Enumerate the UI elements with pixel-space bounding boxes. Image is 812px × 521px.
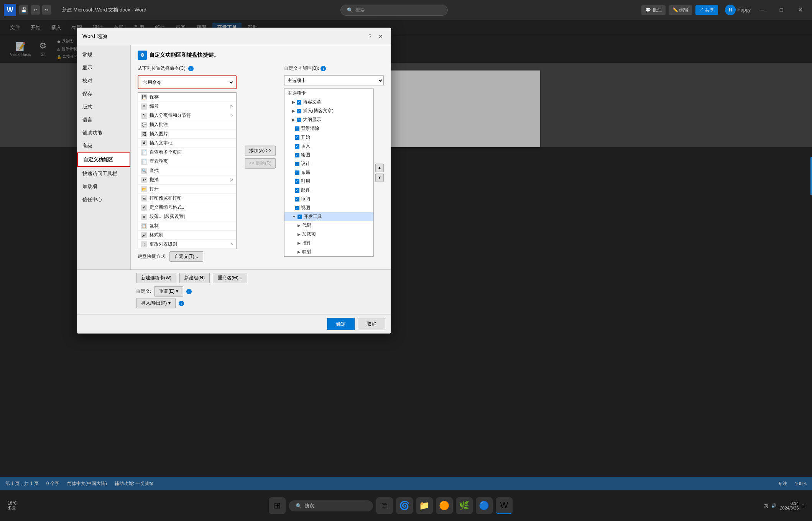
ribbon-bg-removal[interactable]: ✓ 背景消除 <box>284 124 373 133</box>
ribbon-outline-checkbox[interactable]: ✓ <box>297 118 301 122</box>
nav-typography[interactable]: 版式 <box>77 100 130 113</box>
nav-proofing[interactable]: 校对 <box>77 74 130 87</box>
ribbon-view-checkbox[interactable]: ✓ <box>295 206 299 210</box>
ribbon-info-icon[interactable]: i <box>321 66 326 71</box>
nav-addins[interactable]: 加载项 <box>77 180 130 193</box>
cmd-full-page[interactable]: 📄 查看整页 <box>138 157 236 166</box>
ribbon-layout-checkbox[interactable]: ✓ <box>295 170 299 175</box>
ribbon-controls[interactable]: ▶ 控件 <box>284 239 373 247</box>
ribbon-review[interactable]: ✓ 审阅 <box>284 195 373 203</box>
ribbon-layout[interactable]: ✓ 布局 <box>284 168 373 177</box>
ribbon-draw[interactable]: ✓ 绘图 <box>284 151 373 159</box>
ribbon-home-checkbox[interactable]: ✓ <box>295 135 299 140</box>
ribbon-mapping[interactable]: ▶ 映射 <box>284 247 373 256</box>
ribbon-blog-checkbox[interactable]: ✓ <box>297 100 301 105</box>
cmd-find[interactable]: 🔍 查找 <box>138 166 236 175</box>
ribbon-home[interactable]: ✓ 开始 <box>284 133 373 142</box>
cmd-list-level[interactable]: ↕ 更改列表级别 > <box>138 240 236 249</box>
ok-button[interactable]: 确定 <box>327 318 355 330</box>
reset-button[interactable]: 重置(E) ▾ <box>154 286 183 297</box>
reset-info-icon[interactable]: i <box>186 289 192 294</box>
importexport-info-icon[interactable]: i <box>179 301 184 306</box>
cmd-print[interactable]: 🖨 打印预览和打印 <box>138 194 236 203</box>
ribbon-review-checkbox[interactable]: ✓ <box>295 197 299 202</box>
remove-button[interactable]: << 删除(R) <box>245 158 276 169</box>
ribbon-references-checkbox[interactable]: ✓ <box>295 179 299 184</box>
cmd-undo[interactable]: ↩ 撤消 |> <box>138 175 236 185</box>
nav-general[interactable]: 常规 <box>77 48 130 61</box>
taskview-button[interactable]: ⧉ <box>376 497 393 514</box>
taskbar-app1[interactable]: 🟠 <box>436 497 453 514</box>
focus-button[interactable]: 专注 <box>778 480 787 487</box>
rename-button[interactable]: 重命名(M)... <box>213 273 247 283</box>
nav-customize-ribbon[interactable]: 自定义功能区 <box>77 152 130 167</box>
edit-button[interactable]: ✏️ 编辑 <box>669 5 692 15</box>
ribbon-main-tabs[interactable]: 主选项卡 <box>284 89 373 98</box>
maximize-button[interactable]: □ <box>774 4 789 16</box>
nav-save[interactable]: 保存 <box>77 87 130 100</box>
nav-trust-center[interactable]: 信任中心 <box>77 193 130 206</box>
add-button[interactable]: 添加(A) >> <box>245 146 276 156</box>
nav-quick-access[interactable]: 快速访问工具栏 <box>77 167 130 180</box>
ribbon-references[interactable]: ✓ 引用 <box>284 177 373 186</box>
minimize-button[interactable]: ─ <box>754 4 770 16</box>
cmd-page-break[interactable]: ¶ 插入分页符和分节符 > <box>138 111 236 120</box>
nav-advanced[interactable]: 高级 <box>77 139 130 152</box>
ribbon-draw-checkbox[interactable]: ✓ <box>295 153 299 157</box>
start-button[interactable]: ⊞ <box>269 497 286 514</box>
new-group-button[interactable]: 新建组(N) <box>179 273 210 283</box>
comment-button[interactable]: 💬 批注 <box>641 5 665 15</box>
ribbon-addins[interactable]: ▶ 加载项 <box>284 230 373 239</box>
cmd-save[interactable]: 💾 保存 <box>138 93 236 102</box>
close-button[interactable]: ✕ <box>793 4 808 16</box>
ribbon-bloginsert-checkbox[interactable]: ✓ <box>297 109 301 113</box>
taskbar-app2[interactable]: 🌿 <box>456 497 473 514</box>
nav-language[interactable]: 语言 <box>77 113 130 126</box>
dialog-close-button[interactable]: ✕ <box>376 32 385 41</box>
move-down-button[interactable]: ▼ <box>375 174 384 182</box>
user-avatar[interactable]: H <box>725 5 736 15</box>
commands-dropdown[interactable]: 常用命令 <box>140 78 234 87</box>
commands-list[interactable]: 💾 保存 ≡ 编号 |> ¶ 插入分页符和分节符 > <box>138 92 237 249</box>
cmd-open[interactable]: 📂 打开 <box>138 185 236 194</box>
dialog-help-button[interactable]: ? <box>365 32 375 41</box>
cmd-picture[interactable]: 🖼 插入图片 <box>138 129 236 139</box>
cmd-comment[interactable]: 💬 插入批注 <box>138 120 236 129</box>
nav-accessibility[interactable]: 辅助功能 <box>77 126 130 139</box>
show-desktop-button[interactable]: □ <box>802 503 804 508</box>
cmd-paragraph[interactable]: ≡ 段落... [段落设置] <box>138 212 236 221</box>
taskbar-volume-icon[interactable]: 🔊 <box>771 503 777 508</box>
ribbon-mailings[interactable]: ✓ 邮件 <box>284 186 373 195</box>
cancel-button[interactable]: 取消 <box>358 318 385 330</box>
taskbar-search[interactable]: 🔍 搜索 <box>289 500 373 511</box>
search-bar[interactable]: 🔍 搜索 <box>340 5 448 16</box>
cmd-numbering[interactable]: ≡ 编号 |> <box>138 102 236 111</box>
cmd-format-painter[interactable]: 🖌 格式刷 <box>138 231 236 240</box>
share-button[interactable]: ↗ 共享 <box>695 5 718 15</box>
import-export-button[interactable]: 导入/导出(P) ▾ <box>136 298 176 308</box>
ribbon-bgremoval-checkbox[interactable]: ✓ <box>295 126 299 131</box>
move-up-button[interactable]: ▲ <box>375 164 384 172</box>
taskbar-explorer[interactable]: 📁 <box>416 497 433 514</box>
taskbar-edge[interactable]: 🌀 <box>396 497 413 514</box>
ribbon-design[interactable]: ✓ 设计 <box>284 159 373 168</box>
ribbon-outline[interactable]: ▶ ✓ 大纲显示 <box>284 115 373 124</box>
cmd-multi-page[interactable]: 📄 自查看多个页面 <box>138 148 236 157</box>
cmd-textbox[interactable]: A 插入文本框 <box>138 139 236 148</box>
ribbon-blog-insert[interactable]: ▶ ✓ 插入(博客文章) <box>284 106 373 115</box>
ribbon-insert[interactable]: ✓ 插入 <box>284 142 373 151</box>
ribbon-view[interactable]: ✓ 视图 <box>284 203 373 212</box>
taskbar-app3[interactable]: 🔵 <box>476 497 493 514</box>
ribbon-mailings-checkbox[interactable]: ✓ <box>295 188 299 193</box>
nav-display[interactable]: 显示 <box>77 61 130 74</box>
cmd-new-numbering[interactable]: A 定义新编号格式... <box>138 203 236 212</box>
ribbon-developer[interactable]: ▼ ✓ 开发工具 <box>284 212 373 221</box>
save-icon[interactable]: 💾 <box>19 5 28 15</box>
ribbon-design-checkbox[interactable]: ✓ <box>295 162 299 166</box>
ribbon-code[interactable]: ▶ 代码 <box>284 221 373 230</box>
ribbon-blog[interactable]: ▶ ✓ 博客文章 <box>284 98 373 106</box>
cmd-copy[interactable]: 📋 复制 <box>138 221 236 231</box>
ribbon-developer-checkbox[interactable]: ✓ <box>298 215 302 219</box>
ribbon-dropdown[interactable]: 主选项卡 <box>284 75 384 85</box>
ribbon-insert-checkbox[interactable]: ✓ <box>295 144 299 149</box>
